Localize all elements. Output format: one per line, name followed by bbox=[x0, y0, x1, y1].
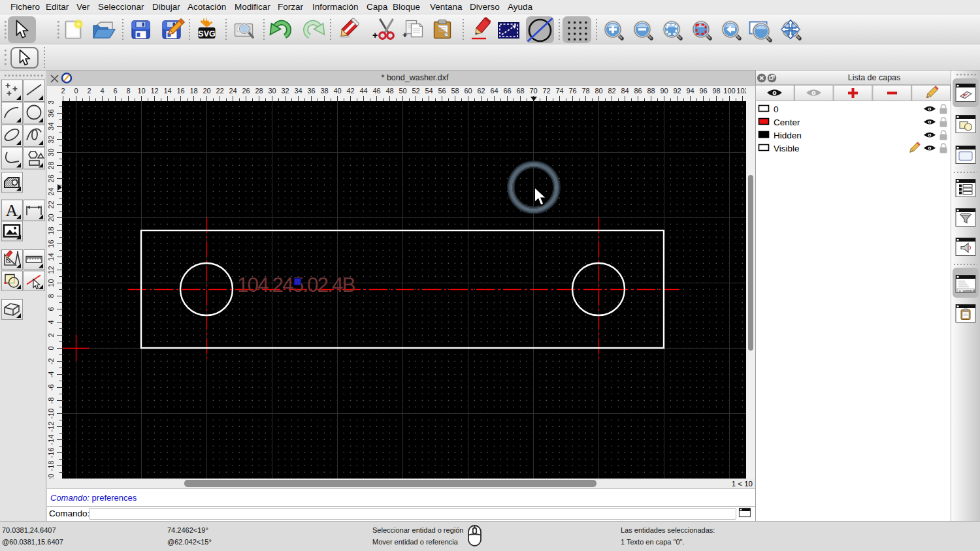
svg-text:12: 12 bbox=[150, 87, 158, 95]
svg-text:2: 2 bbox=[87, 87, 91, 95]
svg-text:8: 8 bbox=[47, 294, 55, 298]
svg-text:Hidden: Hidden bbox=[774, 131, 802, 140]
svg-text:60: 60 bbox=[464, 87, 472, 95]
svg-text:Visible: Visible bbox=[774, 144, 800, 153]
svg-text:36: 36 bbox=[47, 109, 55, 117]
svg-text:+: + bbox=[372, 30, 378, 40]
svg-text:68: 68 bbox=[516, 87, 524, 95]
svg-text:A: A bbox=[6, 201, 18, 220]
svg-text:66: 66 bbox=[503, 87, 511, 95]
svg-text:10: 10 bbox=[47, 279, 55, 287]
svg-text:14: 14 bbox=[47, 253, 55, 260]
svg-text:28: 28 bbox=[47, 161, 55, 169]
svg-text:32: 32 bbox=[281, 87, 289, 95]
svg-text:-4: -4 bbox=[47, 371, 55, 378]
svg-text:88: 88 bbox=[647, 87, 655, 95]
svg-text:18: 18 bbox=[189, 87, 197, 95]
svg-text:10: 10 bbox=[137, 87, 145, 95]
svg-text:26: 26 bbox=[47, 174, 55, 182]
svg-text:74: 74 bbox=[555, 87, 563, 95]
svg-text:22: 22 bbox=[47, 200, 55, 208]
svg-text:32: 32 bbox=[47, 135, 55, 143]
svg-text:-8: -8 bbox=[47, 398, 55, 404]
svg-text:48: 48 bbox=[385, 87, 393, 95]
svg-text:62: 62 bbox=[477, 87, 485, 95]
svg-text:96: 96 bbox=[699, 87, 707, 95]
svg-text:4: 4 bbox=[100, 87, 104, 95]
svg-text:98: 98 bbox=[712, 87, 720, 95]
svg-text:46: 46 bbox=[372, 87, 380, 95]
svg-text:50: 50 bbox=[399, 87, 406, 95]
svg-text:28: 28 bbox=[255, 87, 263, 95]
svg-text:-6: -6 bbox=[47, 385, 55, 391]
svg-text:102: 102 bbox=[736, 87, 746, 95]
svg-text:+: + bbox=[402, 30, 408, 40]
svg-text:58: 58 bbox=[451, 87, 459, 95]
svg-text:54: 54 bbox=[425, 87, 433, 95]
svg-text:26: 26 bbox=[242, 87, 250, 95]
svg-text:36: 36 bbox=[307, 87, 315, 95]
svg-text:20: 20 bbox=[47, 213, 55, 221]
svg-text:-16: -16 bbox=[47, 448, 55, 458]
svg-text:0: 0 bbox=[47, 346, 55, 350]
svg-text:52: 52 bbox=[412, 87, 419, 95]
svg-text:30: 30 bbox=[47, 148, 55, 156]
svg-text:-12: -12 bbox=[47, 422, 55, 432]
svg-text:SVG: SVG bbox=[198, 29, 215, 39]
svg-text:92: 92 bbox=[673, 87, 681, 95]
svg-text:6: 6 bbox=[113, 87, 117, 95]
svg-text:90: 90 bbox=[660, 87, 668, 95]
svg-text:2: 2 bbox=[61, 87, 65, 95]
svg-text:16: 16 bbox=[176, 87, 184, 95]
svg-text:70: 70 bbox=[529, 87, 537, 95]
svg-text:0: 0 bbox=[774, 104, 779, 114]
svg-text:76: 76 bbox=[568, 87, 576, 95]
svg-text:6: 6 bbox=[47, 307, 55, 311]
svg-text:82: 82 bbox=[608, 87, 615, 95]
svg-text:38: 38 bbox=[320, 87, 328, 95]
svg-text:64: 64 bbox=[490, 87, 498, 95]
svg-text:2: 2 bbox=[47, 333, 55, 337]
svg-text:94: 94 bbox=[686, 87, 694, 95]
svg-text:78: 78 bbox=[581, 87, 589, 95]
svg-text:-18: -18 bbox=[47, 461, 55, 471]
svg-text:72: 72 bbox=[542, 87, 550, 95]
svg-text:4: 4 bbox=[47, 320, 55, 324]
svg-text:38: 38 bbox=[47, 101, 55, 104]
svg-text:Center: Center bbox=[774, 118, 800, 127]
svg-text:12: 12 bbox=[47, 266, 55, 274]
svg-text:24: 24 bbox=[229, 87, 237, 95]
svg-text:-20: -20 bbox=[47, 474, 55, 479]
svg-text:16: 16 bbox=[47, 240, 55, 247]
svg-text:22: 22 bbox=[216, 87, 223, 95]
svg-text:80: 80 bbox=[595, 87, 602, 95]
svg-text:-14: -14 bbox=[47, 435, 55, 445]
svg-text:c command: c command bbox=[959, 289, 975, 292]
svg-text:42: 42 bbox=[346, 87, 354, 95]
svg-text:18: 18 bbox=[47, 227, 55, 234]
svg-text:40: 40 bbox=[333, 87, 341, 95]
svg-text:-2: -2 bbox=[47, 358, 55, 365]
svg-text:34: 34 bbox=[47, 122, 55, 130]
svg-text:14: 14 bbox=[163, 87, 171, 95]
svg-text:24: 24 bbox=[47, 187, 55, 195]
svg-text:44: 44 bbox=[359, 87, 367, 95]
svg-text:0: 0 bbox=[74, 87, 78, 95]
svg-text:56: 56 bbox=[438, 87, 446, 95]
svg-text:30: 30 bbox=[268, 87, 276, 95]
svg-text:84: 84 bbox=[621, 87, 629, 95]
svg-text:-10: -10 bbox=[47, 409, 55, 419]
svg-text:20: 20 bbox=[203, 87, 210, 95]
svg-text:86: 86 bbox=[634, 87, 642, 95]
svg-text:8: 8 bbox=[126, 87, 130, 95]
svg-text:34: 34 bbox=[294, 87, 302, 95]
svg-text:100: 100 bbox=[723, 87, 735, 95]
